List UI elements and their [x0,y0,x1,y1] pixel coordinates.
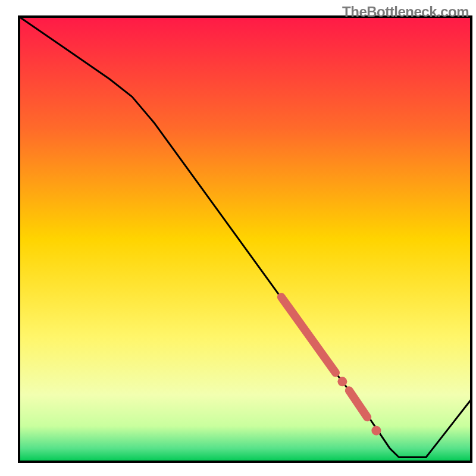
bottleneck-chart [0,0,476,476]
series-highlight-point-1 [337,377,347,386]
plot-background [19,17,471,462]
series-highlight-point-2 [371,426,381,436]
attribution-label: TheBottleneck.com [342,4,469,20]
chart-container: TheBottleneck.com [0,0,476,476]
